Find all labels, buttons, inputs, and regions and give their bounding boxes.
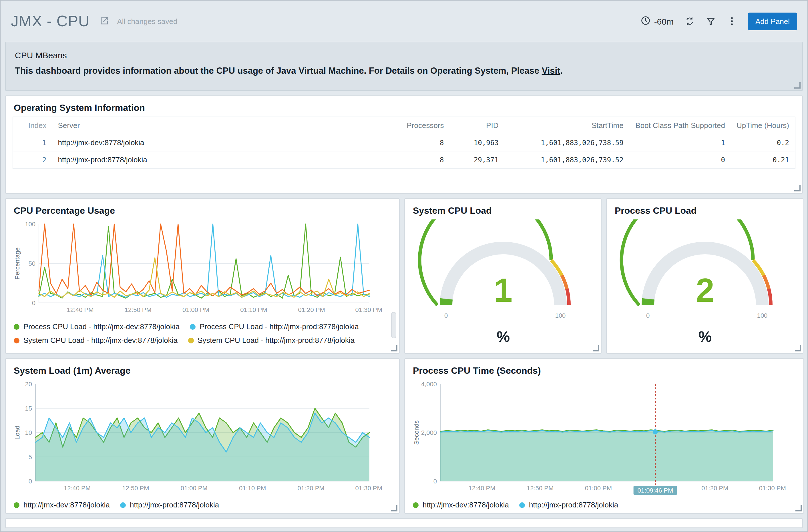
legend-label: http://jmx-prod:8778/jolokia (529, 500, 618, 509)
svg-text:100: 100 (757, 312, 767, 319)
cell-index: 2 (13, 151, 52, 168)
table-row: 2 http://jmx-prod:8778/jolokia 8 29,371 … (13, 151, 795, 168)
page-title: JMX - CPU (11, 12, 90, 30)
col-uptime: UpTime (Hours) (731, 117, 795, 134)
process-cpu-time-chart[interactable]: 02,0004,000Seconds12:40 PM12:50 PM01:00 … (412, 379, 791, 494)
svg-text:100: 100 (555, 312, 566, 319)
svg-text:01:30 PM: 01:30 PM (759, 484, 786, 492)
panel-cpu-percentage-usage: CPU Percentage Usage 050100Percentage12:… (5, 198, 400, 354)
system-cpu-gauge[interactable]: 01001% (411, 220, 594, 350)
svg-text:15: 15 (25, 405, 32, 412)
dashboard-app: JMX - CPU All changes saved -60m (0, 0, 808, 532)
legend-item[interactable]: http://jmx-dev:8778/jolokia (413, 500, 509, 509)
legend-scrollbar[interactable] (391, 312, 396, 338)
legend-dot (120, 502, 126, 508)
filter-icon[interactable] (705, 16, 716, 26)
cell-pid: 10,963 (450, 134, 504, 151)
visit-link[interactable]: Visit (542, 66, 561, 75)
legend-dot (519, 502, 525, 508)
panel-process-cpu-time: Process CPU Time (Seconds) 02,0004,000Se… (404, 358, 804, 514)
svg-text:12:40 PM: 12:40 PM (468, 484, 495, 492)
panel-title: Process CPU Time (Seconds) (413, 366, 795, 376)
cell-processors: 8 (380, 151, 450, 168)
legend-dot (14, 338, 19, 343)
legend-dot (413, 502, 419, 508)
svg-text:2,000: 2,000 (421, 429, 437, 436)
cell-bootclasspath: 0 (629, 151, 731, 168)
col-server: Server (52, 117, 380, 134)
svg-text:Seconds: Seconds (413, 420, 420, 445)
svg-text:01:20 PM: 01:20 PM (298, 306, 325, 314)
legend-dot (190, 324, 196, 329)
legend-item[interactable]: System CPU Load - http://jmx-prod:8778/j… (188, 336, 354, 345)
cell-index: 1 (13, 134, 52, 151)
svg-text:0: 0 (444, 312, 447, 319)
svg-text:12:40 PM: 12:40 PM (64, 484, 91, 492)
svg-text:12:50 PM: 12:50 PM (122, 484, 149, 492)
legend-label: System CPU Load - http://jmx-prod:8778/j… (198, 336, 354, 345)
cell-server: http://jmx-dev:8778/jolokia (52, 134, 380, 151)
cell-uptime: 0.2 (731, 134, 795, 151)
svg-text:1: 1 (494, 272, 512, 309)
panel-title: CPU MBeans (15, 50, 793, 60)
panel-title: System Load (1m) Average (14, 366, 391, 376)
svg-text:01:20 PM: 01:20 PM (701, 484, 728, 492)
legend-item[interactable]: http://jmx-dev:8778/jolokia (14, 500, 110, 509)
col-bootclasspath: Boot Class Path Supported (629, 117, 731, 134)
chart-legend: http://jmx-dev:8778/jolokiahttp://jmx-pr… (14, 500, 391, 509)
cell-bootclasspath: 1 (629, 134, 731, 151)
cpu-percentage-chart[interactable]: 050100Percentage12:40 PM12:50 PM01:00 PM… (13, 220, 388, 316)
resize-handle[interactable] (593, 345, 599, 352)
os-table: Index Server Processors PID StartTime Bo… (13, 117, 795, 169)
resize-handle[interactable] (795, 505, 802, 511)
resize-handle[interactable] (795, 345, 801, 352)
col-processors: Processors (380, 117, 450, 134)
panel-cpu-mbeans: CPU MBeans This dashboard provides infor… (5, 42, 803, 91)
svg-text:4,000: 4,000 (421, 381, 437, 388)
resize-handle[interactable] (391, 345, 398, 352)
legend-item[interactable]: http://jmx-prod:8778/jolokia (120, 500, 219, 509)
panel-title: CPU Percentage Usage (14, 206, 391, 216)
resize-handle[interactable] (391, 505, 398, 511)
svg-text:50: 50 (29, 260, 35, 267)
panel-title: Process CPU Load (615, 206, 795, 216)
legend-dot (14, 502, 19, 508)
svg-text:%: % (496, 328, 510, 345)
svg-text:0: 0 (434, 478, 437, 485)
legend-label: Process CPU Load - http://jmx-prod:8778/… (200, 322, 359, 331)
table-row: 1 http://jmx-dev:8778/jolokia 8 10,963 1… (13, 134, 795, 151)
legend-item[interactable]: http://jmx-prod:8778/jolokia (519, 500, 618, 509)
clock-icon (640, 15, 651, 27)
legend-item[interactable]: Process CPU Load - http://jmx-prod:8778/… (190, 322, 359, 331)
refresh-icon[interactable] (684, 16, 695, 26)
system-load-chart[interactable]: 05101520Load12:40 PM12:50 PM01:00 PM01:1… (13, 379, 388, 494)
svg-text:01:10 PM: 01:10 PM (240, 306, 267, 314)
time-range-value: -60m (654, 16, 674, 26)
edit-icon[interactable] (99, 16, 109, 26)
legend-item[interactable]: Process CPU Load - http://jmx-dev:8778/j… (14, 322, 180, 331)
svg-text:01:00 PM: 01:00 PM (181, 484, 207, 492)
cell-uptime: 0.21 (731, 151, 795, 168)
svg-text:01:30 PM: 01:30 PM (355, 306, 382, 314)
kebab-menu-icon[interactable] (727, 16, 737, 26)
cursor-time-tooltip: 01:09:46 PM (633, 486, 677, 495)
legend-label: System CPU Load - http://jmx-dev:8778/jo… (23, 336, 178, 345)
resize-handle[interactable] (794, 185, 801, 191)
description-period: . (561, 66, 563, 75)
panel-title: System CPU Load (413, 206, 593, 216)
legend-label: http://jmx-dev:8778/jolokia (23, 500, 110, 509)
partial-panel (5, 518, 803, 528)
svg-text:12:50 PM: 12:50 PM (125, 306, 151, 314)
svg-text:%: % (698, 328, 711, 345)
svg-text:12:50 PM: 12:50 PM (527, 484, 553, 492)
time-range-control[interactable]: -60m (640, 15, 674, 27)
resize-handle[interactable] (794, 82, 801, 89)
panel-title: Operating System Information (14, 103, 794, 113)
process-cpu-gauge[interactable]: 01002% (613, 220, 796, 350)
legend-item[interactable]: System CPU Load - http://jmx-dev:8778/jo… (14, 336, 178, 345)
panel-system-cpu-load: System CPU Load 01001% (404, 198, 602, 354)
svg-text:10: 10 (25, 429, 32, 436)
add-panel-button[interactable]: Add Panel (748, 12, 797, 30)
cell-server: http://jmx-prod:8778/jolokia (52, 151, 380, 168)
svg-text:0: 0 (32, 300, 35, 307)
